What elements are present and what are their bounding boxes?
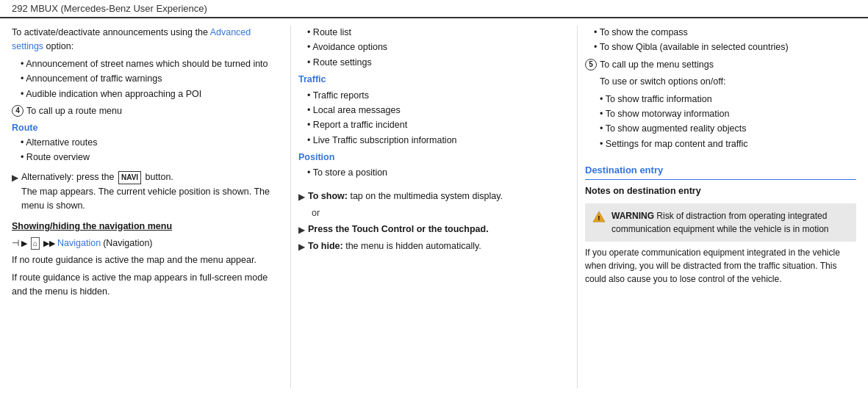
col2-bullets-position: To store a position — [307, 166, 570, 180]
position-heading: Position — [298, 151, 570, 164]
arrow4-content: To hide: the menu is hidden automaticall… — [308, 239, 481, 253]
warning-label: WARNING — [611, 211, 654, 221]
route-heading: Route — [12, 123, 37, 133]
list-item: Route settings — [307, 56, 570, 70]
list-item: Local area messages — [307, 104, 570, 117]
list-item: Audible indication when approaching a PO… — [21, 87, 283, 101]
col1-bullets2: Alternative routes Route overview — [21, 136, 283, 165]
arrow2-content: To show: tap on the multimedia system di… — [308, 189, 503, 203]
navigation-link[interactable]: Navigation — [57, 236, 101, 250]
list-item: To show the compass — [594, 26, 856, 40]
nav-path-start: ⊣ — [12, 236, 19, 250]
list-item: To show motorway information — [600, 107, 856, 121]
route-link-area: Route — [12, 121, 283, 135]
arrow3-content: Press the Touch Control or the touchpad. — [308, 222, 489, 236]
nav-path: ⊣ ▶ ⌂ ▶▶ Navigation (Navigation) — [12, 236, 283, 250]
col3-warning-para: If you operate communication equipment i… — [585, 246, 856, 286]
arrow-symbol-4: ▶ — [298, 240, 305, 254]
list-item: To show Qibla (available in selected cou… — [594, 40, 856, 54]
arrow-item-2: ▶ To show: tap on the multimedia system … — [298, 189, 570, 204]
list-item: Route overview — [21, 151, 283, 164]
list-item: To store a position — [307, 166, 570, 180]
list-item: Route list — [307, 26, 570, 40]
arrow-item-1: ▶ Alternatively: press the NAVI button. … — [12, 170, 283, 213]
or-text: or — [312, 206, 570, 220]
col1-route-para1: If no route guidance is active the map a… — [12, 253, 283, 267]
home-icon: ⌂ — [31, 237, 40, 250]
list-item: Live Traffic subscription information — [307, 134, 570, 148]
nav-path-arrow1: ▶ — [21, 237, 27, 250]
col1-route-para2: If route guidance is active the map appe… — [12, 271, 283, 300]
arrow-item-4: ▶ To hide: the menu is hidden automatica… — [298, 239, 570, 254]
arrow-symbol-2: ▶ — [298, 190, 305, 204]
svg-text:!: ! — [598, 214, 600, 222]
nav-path-arrow2: ▶▶ — [43, 237, 55, 250]
traffic-heading: Traffic — [298, 73, 570, 87]
col2-bullets-traffic: Traffic reports Local area messages Repo… — [307, 89, 570, 148]
col3-item5-sub: To use or switch options on/off: — [600, 75, 856, 89]
arrow-symbol: ▶ — [12, 171, 18, 185]
column-2: Route list Avoidance options Route setti… — [291, 26, 578, 388]
list-item: Avoidance options — [307, 40, 570, 54]
numbered-item-5: 5 To call up the menu settings — [585, 58, 856, 72]
arrow-item-3: ▶ Press the Touch Control or the touchpa… — [298, 222, 570, 237]
column-1: To activate/deactivate announcements usi… — [12, 26, 291, 388]
page-header: 292 MBUX (Mercedes-Benz User Experience) — [0, 0, 868, 18]
circle-number-4: 4 — [12, 105, 24, 117]
arrow-symbol-3: ▶ — [298, 223, 305, 237]
list-item: Announcement of street names which shoul… — [21, 57, 283, 71]
list-item: Settings for map content and traffic — [600, 137, 856, 151]
warning-text-content: WARNING Risk of distraction from operati… — [611, 209, 849, 236]
destination-entry-heading: Destination entry — [585, 163, 856, 180]
list-item: Announcement of traffic warnings — [21, 72, 283, 86]
arrow1-text: Alternatively: press the NAVI button. Th… — [21, 170, 283, 213]
list-item: Alternative routes — [21, 136, 283, 150]
col1-bullets1: Announcement of street names which shoul… — [21, 57, 283, 101]
section-heading-nav-menu: Showing/hiding the navigation menu — [12, 220, 283, 234]
navi-box: NAVI — [118, 171, 141, 184]
warning-box: ! WARNING Risk of distraction from opera… — [585, 203, 856, 242]
circle-number-5: 5 — [585, 59, 597, 70]
page-title: 292 MBUX (Mercedes-Benz User Experience) — [12, 3, 207, 14]
column-3: To show the compass To show Qibla (avail… — [578, 26, 856, 388]
col3-bullets-compass: To show the compass To show Qibla (avail… — [594, 26, 856, 55]
col2-bullets-route: Route list Avoidance options Route setti… — [307, 26, 570, 70]
notes-on-destination-heading: Notes on destination entry — [585, 184, 856, 198]
list-item: To show traffic information — [600, 93, 856, 106]
list-item: Traffic reports — [307, 89, 570, 103]
col1-para1: To activate/deactivate announcements usi… — [12, 26, 283, 54]
list-item: To show augmented reality objects — [600, 122, 856, 136]
numbered-item-4: 4 To call up a route menu — [12, 104, 283, 118]
col3-bullets5: To show traffic information To show moto… — [600, 93, 856, 152]
warning-triangle-icon: ! — [592, 210, 606, 223]
list-item: Report a traffic incident — [307, 118, 570, 132]
